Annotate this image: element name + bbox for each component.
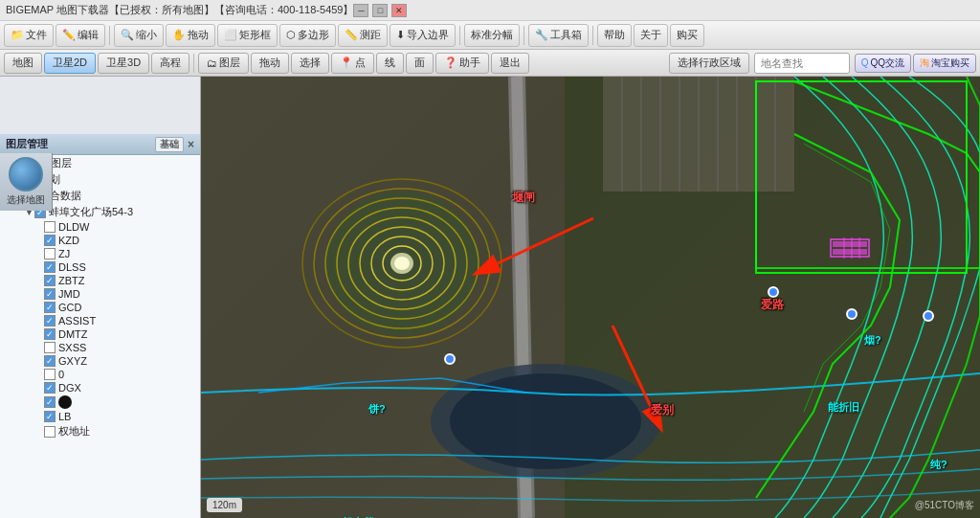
layer-button[interactable]: 🗂 图层 [198,53,249,74]
exit-button[interactable]: 退出 [491,53,529,74]
node-label-quditze: 权地址 [58,424,90,439]
tree-node-gcd[interactable]: ✓ GCD [0,301,200,314]
secondary-toolbar: 地图 卫星2D 卫星3D 高程 🗂 图层 拖动 选择 📍 点 线 面 ❓ 助手 … [0,50,980,77]
minimize-button[interactable]: ─ [353,4,368,17]
node-label-assist: ASSIST [58,315,96,327]
polygon-icon: ⬡ [286,29,296,41]
drag-icon: ✋ [172,29,186,41]
checkbox-lb[interactable]: ✓ [44,411,56,422]
checkbox-gxyz[interactable]: ✓ [44,355,56,367]
drag-button[interactable]: ✋ 拖动 [166,24,215,47]
measure-button[interactable]: 📏 测距 [338,24,388,47]
node-label-0: 0 [58,369,64,380]
qq-link[interactable]: Q QQ交流 [855,54,911,73]
node-label-zj: ZJ [58,248,70,259]
checkbox-dldw[interactable] [44,221,56,233]
map-select-button[interactable]: 选择地图 [0,153,53,211]
place-search-input[interactable] [754,53,850,74]
polygon-button[interactable]: ⬡ 多边形 [279,24,336,47]
scale-bar: 120m [207,498,242,512]
rect-button[interactable]: ⬜ 矩形框 [217,24,278,47]
select-button[interactable]: 选择 [291,53,329,74]
map-background [201,77,980,518]
tree-node-dldw[interactable]: DLDW [0,220,200,234]
map-area[interactable]: 堰闸 爱路 爱别 烟? 饼? 姐存偿 能折旧 能折旧 能折旧 能折旧 能折 纯?… [201,77,980,518]
rect-icon: ⬜ [224,29,237,41]
buy-button[interactable]: 购买 [670,24,704,47]
checkbox-quditze[interactable] [44,426,56,438]
tree-node-dlss[interactable]: ✓ DLSS [0,260,200,274]
taobao-icon: 淘 [920,56,929,70]
point-icon: 📍 [340,56,353,69]
tree-node-gxyz[interactable]: ✓ GXYZ [0,354,200,368]
tree-node-lb[interactable]: ✓ LB [0,410,200,423]
node-label-lb: LB [58,411,71,422]
node-label-dgx: DGX [58,382,81,394]
standard-sep-button[interactable]: 标准分幅 [464,24,520,47]
node-label-zbtz: ZBTZ [58,275,85,286]
about-button[interactable]: 关于 [634,24,668,47]
checkbox-sxss[interactable] [44,342,56,353]
import-icon: ⬇ [396,29,405,41]
checkbox-circle[interactable]: ✓ [44,396,56,408]
checkbox-dmtz[interactable]: ✓ [44,328,56,340]
satellite2d-tab-button[interactable]: 卫星2D [44,53,96,74]
checkbox-assist[interactable]: ✓ [44,315,56,327]
checkbox-dgx[interactable]: ✓ [44,382,56,394]
help-icon: ❓ [444,56,457,69]
tree-node-0[interactable]: 0 [0,368,200,381]
map-tab-button[interactable]: 地图 [4,53,42,74]
separator [109,26,110,45]
main-toolbar: 📁 文件 ✏️ 编辑 🔍 缩小 ✋ 拖动 ⬜ 矩形框 ⬡ 多边形 📏 测距 ⬇ … [0,21,980,50]
checkbox-zbtz[interactable]: ✓ [44,275,56,286]
separator3 [523,26,524,45]
watermark-text: @51CTO博客 [915,500,974,510]
checkbox-dlss[interactable]: ✓ [44,261,56,273]
tree-node-jmd[interactable]: ✓ JMD [0,287,200,301]
checkbox-gcd[interactable]: ✓ [44,302,56,313]
node-label-dldw: DLDW [58,221,89,233]
tree-node-quditze[interactable]: 权地址 [0,423,200,439]
help2-button[interactable]: ❓ 助手 [435,53,489,74]
checkbox-zj[interactable] [44,248,56,259]
tree-node-zj[interactable]: ZJ [0,247,200,260]
zoom-button[interactable]: 🔍 缩小 [114,24,164,47]
area-button[interactable]: 面 [406,53,434,74]
point-button[interactable]: 📍 点 [331,53,374,74]
main-content: 选择地图 图层管理 基础 × ▼ ✓ 我的图层 [0,77,980,518]
file-menu-button[interactable]: 📁 文件 [4,24,54,47]
tree-node-kzd[interactable]: ✓ KZD [0,234,200,247]
scale-text: 120m [212,500,236,510]
maximize-button[interactable]: □ [372,4,388,17]
taobao-link[interactable]: 淘 淘宝购买 [913,54,976,73]
import-boundary-button[interactable]: ⬇ 导入边界 [390,24,456,47]
app-title: BIGEMAP 地图下载器【已授权：所有地图】【咨询电话：400-118-545… [6,3,353,17]
tree-node-zbtz[interactable]: ✓ ZBTZ [0,274,200,287]
layer-panel-close-button[interactable]: × [188,138,194,151]
map-select-label: 选择地图 [7,193,45,207]
elevation-tab-button[interactable]: 高程 [151,53,189,74]
tree-node-assist[interactable]: ✓ ASSIST [0,314,200,327]
window-controls: ─ □ ✕ [353,4,407,17]
edit-icon: ✏️ [62,29,76,41]
node-label-dmtz: DMTZ [58,328,88,340]
drag2-button[interactable]: 拖动 [251,53,289,74]
tools-button[interactable]: 🔧 工具箱 [528,24,589,47]
tree-node-dgx[interactable]: ✓ DGX [0,381,200,394]
edit-menu-button[interactable]: ✏️ 编辑 [56,24,105,47]
qq-icon: Q [861,57,869,68]
close-button[interactable]: ✕ [391,4,407,17]
admin-region-button[interactable]: 选择行政区域 [669,53,749,74]
satellite3d-tab-button[interactable]: 卫星3D [98,53,149,74]
tree-node-sxss[interactable]: SXSS [0,341,200,354]
line-button[interactable]: 线 [376,53,404,74]
layer-tab-basic[interactable]: 基础 [155,137,184,152]
layer-panel-header: 图层管理 基础 × [0,134,200,155]
help-button[interactable]: 帮助 [597,24,632,47]
tree-node-dmtz[interactable]: ✓ DMTZ [0,327,200,341]
titlebar: BIGEMAP 地图下载器【已授权：所有地图】【咨询电话：400-118-545… [0,0,980,21]
checkbox-0[interactable] [44,369,56,380]
checkbox-kzd[interactable]: ✓ [44,235,56,246]
tree-node-circle[interactable]: ✓ [0,394,200,410]
checkbox-jmd[interactable]: ✓ [44,288,56,300]
